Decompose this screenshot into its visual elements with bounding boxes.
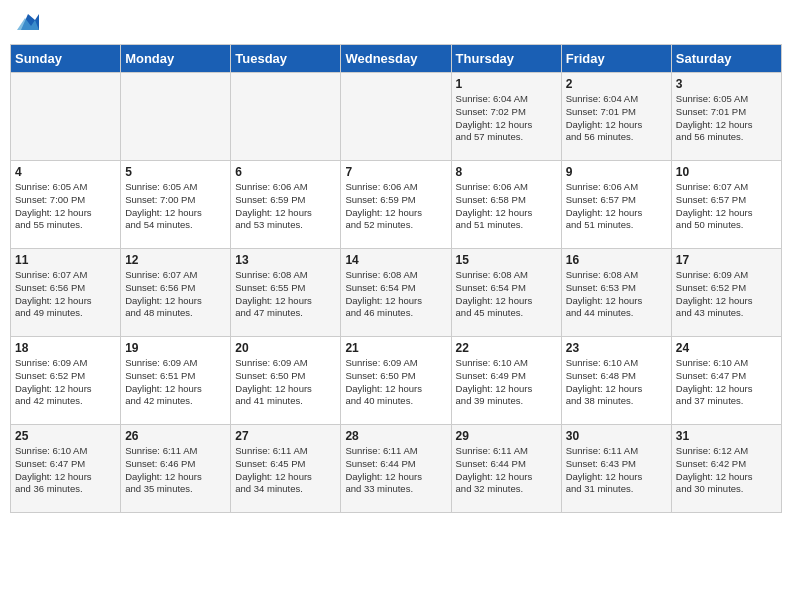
cell-content: Sunrise: 6:09 AM Sunset: 6:52 PM Dayligh… <box>15 357 116 408</box>
day-number: 7 <box>345 165 446 179</box>
calendar-cell: 26Sunrise: 6:11 AM Sunset: 6:46 PM Dayli… <box>121 425 231 513</box>
day-number: 6 <box>235 165 336 179</box>
cell-content: Sunrise: 6:09 AM Sunset: 6:50 PM Dayligh… <box>235 357 336 408</box>
day-number: 2 <box>566 77 667 91</box>
calendar-cell: 14Sunrise: 6:08 AM Sunset: 6:54 PM Dayli… <box>341 249 451 337</box>
day-number: 29 <box>456 429 557 443</box>
calendar-cell: 12Sunrise: 6:07 AM Sunset: 6:56 PM Dayli… <box>121 249 231 337</box>
calendar-cell: 24Sunrise: 6:10 AM Sunset: 6:47 PM Dayli… <box>671 337 781 425</box>
day-number: 30 <box>566 429 667 443</box>
day-number: 12 <box>125 253 226 267</box>
calendar-cell: 31Sunrise: 6:12 AM Sunset: 6:42 PM Dayli… <box>671 425 781 513</box>
calendar-cell: 21Sunrise: 6:09 AM Sunset: 6:50 PM Dayli… <box>341 337 451 425</box>
cell-content: Sunrise: 6:08 AM Sunset: 6:53 PM Dayligh… <box>566 269 667 320</box>
cell-content: Sunrise: 6:11 AM Sunset: 6:43 PM Dayligh… <box>566 445 667 496</box>
day-number: 23 <box>566 341 667 355</box>
calendar-cell: 20Sunrise: 6:09 AM Sunset: 6:50 PM Dayli… <box>231 337 341 425</box>
header-friday: Friday <box>561 45 671 73</box>
day-number: 15 <box>456 253 557 267</box>
day-number: 18 <box>15 341 116 355</box>
cell-content: Sunrise: 6:07 AM Sunset: 6:56 PM Dayligh… <box>15 269 116 320</box>
day-number: 28 <box>345 429 446 443</box>
day-number: 19 <box>125 341 226 355</box>
day-number: 4 <box>15 165 116 179</box>
calendar-week-5: 25Sunrise: 6:10 AM Sunset: 6:47 PM Dayli… <box>11 425 782 513</box>
calendar-cell: 10Sunrise: 6:07 AM Sunset: 6:57 PM Dayli… <box>671 161 781 249</box>
calendar-cell: 7Sunrise: 6:06 AM Sunset: 6:59 PM Daylig… <box>341 161 451 249</box>
calendar-cell: 18Sunrise: 6:09 AM Sunset: 6:52 PM Dayli… <box>11 337 121 425</box>
header-thursday: Thursday <box>451 45 561 73</box>
cell-content: Sunrise: 6:05 AM Sunset: 7:01 PM Dayligh… <box>676 93 777 144</box>
cell-content: Sunrise: 6:09 AM Sunset: 6:51 PM Dayligh… <box>125 357 226 408</box>
cell-content: Sunrise: 6:07 AM Sunset: 6:57 PM Dayligh… <box>676 181 777 232</box>
day-number: 22 <box>456 341 557 355</box>
calendar-cell: 30Sunrise: 6:11 AM Sunset: 6:43 PM Dayli… <box>561 425 671 513</box>
day-number: 16 <box>566 253 667 267</box>
cell-content: Sunrise: 6:06 AM Sunset: 6:59 PM Dayligh… <box>345 181 446 232</box>
day-number: 14 <box>345 253 446 267</box>
day-number: 8 <box>456 165 557 179</box>
day-number: 31 <box>676 429 777 443</box>
calendar-week-4: 18Sunrise: 6:09 AM Sunset: 6:52 PM Dayli… <box>11 337 782 425</box>
calendar-cell: 16Sunrise: 6:08 AM Sunset: 6:53 PM Dayli… <box>561 249 671 337</box>
cell-content: Sunrise: 6:08 AM Sunset: 6:55 PM Dayligh… <box>235 269 336 320</box>
header-tuesday: Tuesday <box>231 45 341 73</box>
calendar-cell: 23Sunrise: 6:10 AM Sunset: 6:48 PM Dayli… <box>561 337 671 425</box>
cell-content: Sunrise: 6:04 AM Sunset: 7:01 PM Dayligh… <box>566 93 667 144</box>
header-monday: Monday <box>121 45 231 73</box>
calendar-cell: 28Sunrise: 6:11 AM Sunset: 6:44 PM Dayli… <box>341 425 451 513</box>
calendar-cell: 5Sunrise: 6:05 AM Sunset: 7:00 PM Daylig… <box>121 161 231 249</box>
cell-content: Sunrise: 6:11 AM Sunset: 6:44 PM Dayligh… <box>456 445 557 496</box>
calendar-cell <box>121 73 231 161</box>
calendar-cell: 19Sunrise: 6:09 AM Sunset: 6:51 PM Dayli… <box>121 337 231 425</box>
cell-content: Sunrise: 6:12 AM Sunset: 6:42 PM Dayligh… <box>676 445 777 496</box>
cell-content: Sunrise: 6:05 AM Sunset: 7:00 PM Dayligh… <box>15 181 116 232</box>
calendar-week-2: 4Sunrise: 6:05 AM Sunset: 7:00 PM Daylig… <box>11 161 782 249</box>
calendar-cell <box>231 73 341 161</box>
calendar-cell: 2Sunrise: 6:04 AM Sunset: 7:01 PM Daylig… <box>561 73 671 161</box>
calendar-header: SundayMondayTuesdayWednesdayThursdayFrid… <box>11 45 782 73</box>
cell-content: Sunrise: 6:10 AM Sunset: 6:47 PM Dayligh… <box>15 445 116 496</box>
cell-content: Sunrise: 6:04 AM Sunset: 7:02 PM Dayligh… <box>456 93 557 144</box>
cell-content: Sunrise: 6:05 AM Sunset: 7:00 PM Dayligh… <box>125 181 226 232</box>
day-number: 21 <box>345 341 446 355</box>
calendar-cell: 13Sunrise: 6:08 AM Sunset: 6:55 PM Dayli… <box>231 249 341 337</box>
day-number: 24 <box>676 341 777 355</box>
cell-content: Sunrise: 6:06 AM Sunset: 6:58 PM Dayligh… <box>456 181 557 232</box>
calendar-cell: 15Sunrise: 6:08 AM Sunset: 6:54 PM Dayli… <box>451 249 561 337</box>
day-number: 3 <box>676 77 777 91</box>
calendar-cell: 1Sunrise: 6:04 AM Sunset: 7:02 PM Daylig… <box>451 73 561 161</box>
cell-content: Sunrise: 6:06 AM Sunset: 6:59 PM Dayligh… <box>235 181 336 232</box>
calendar-cell: 27Sunrise: 6:11 AM Sunset: 6:45 PM Dayli… <box>231 425 341 513</box>
logo-icon <box>17 12 39 32</box>
calendar-cell: 17Sunrise: 6:09 AM Sunset: 6:52 PM Dayli… <box>671 249 781 337</box>
cell-content: Sunrise: 6:09 AM Sunset: 6:50 PM Dayligh… <box>345 357 446 408</box>
day-number: 26 <box>125 429 226 443</box>
day-number: 25 <box>15 429 116 443</box>
calendar-cell <box>11 73 121 161</box>
calendar-cell: 11Sunrise: 6:07 AM Sunset: 6:56 PM Dayli… <box>11 249 121 337</box>
day-number: 5 <box>125 165 226 179</box>
calendar-cell: 6Sunrise: 6:06 AM Sunset: 6:59 PM Daylig… <box>231 161 341 249</box>
header-sunday: Sunday <box>11 45 121 73</box>
day-number: 10 <box>676 165 777 179</box>
cell-content: Sunrise: 6:11 AM Sunset: 6:45 PM Dayligh… <box>235 445 336 496</box>
day-number: 1 <box>456 77 557 91</box>
cell-content: Sunrise: 6:07 AM Sunset: 6:56 PM Dayligh… <box>125 269 226 320</box>
header-wednesday: Wednesday <box>341 45 451 73</box>
cell-content: Sunrise: 6:10 AM Sunset: 6:47 PM Dayligh… <box>676 357 777 408</box>
calendar-cell <box>341 73 451 161</box>
cell-content: Sunrise: 6:11 AM Sunset: 6:44 PM Dayligh… <box>345 445 446 496</box>
calendar-cell: 8Sunrise: 6:06 AM Sunset: 6:58 PM Daylig… <box>451 161 561 249</box>
day-number: 27 <box>235 429 336 443</box>
cell-content: Sunrise: 6:09 AM Sunset: 6:52 PM Dayligh… <box>676 269 777 320</box>
calendar-week-1: 1Sunrise: 6:04 AM Sunset: 7:02 PM Daylig… <box>11 73 782 161</box>
cell-content: Sunrise: 6:06 AM Sunset: 6:57 PM Dayligh… <box>566 181 667 232</box>
calendar-week-3: 11Sunrise: 6:07 AM Sunset: 6:56 PM Dayli… <box>11 249 782 337</box>
calendar-cell: 3Sunrise: 6:05 AM Sunset: 7:01 PM Daylig… <box>671 73 781 161</box>
cell-content: Sunrise: 6:08 AM Sunset: 6:54 PM Dayligh… <box>456 269 557 320</box>
day-number: 11 <box>15 253 116 267</box>
day-number: 13 <box>235 253 336 267</box>
calendar-cell: 22Sunrise: 6:10 AM Sunset: 6:49 PM Dayli… <box>451 337 561 425</box>
day-number: 17 <box>676 253 777 267</box>
